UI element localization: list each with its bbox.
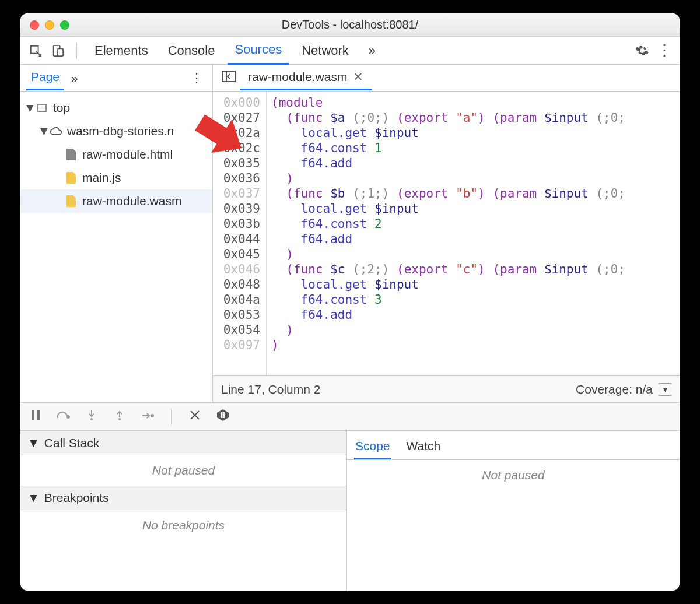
scope-tab[interactable]: Scope <box>354 434 391 459</box>
sources-split: Page » ⋮ ▼ top ▼ wasm-dbg-stories.n <box>20 65 680 403</box>
call-stack-body: Not paused <box>20 455 346 486</box>
tree-host[interactable]: ▼ wasm-dbg-stories.n <box>20 120 212 143</box>
window-title: DevTools - localhost:8081/ <box>20 18 680 31</box>
sidebar-more[interactable]: » <box>66 71 83 85</box>
svg-rect-6 <box>37 410 40 420</box>
sidebar-kebab-icon[interactable]: ⋮ <box>187 71 206 86</box>
code-area[interactable]: (module (func $a (;0;) (export "a") (par… <box>267 92 630 375</box>
editor-body[interactable]: 0x0000x0270x02a0x02c0x0350x0360x0370x039… <box>213 92 680 375</box>
tree-label: wasm-dbg-stories.n <box>67 124 174 138</box>
separator <box>171 409 172 425</box>
editor-tab-label: raw-module.wasm <box>248 70 347 84</box>
titlebar: DevTools - localhost:8081/ <box>20 13 680 37</box>
scope-watch-tabs: Scope Watch <box>347 431 680 460</box>
svg-point-8 <box>90 418 93 420</box>
svg-marker-13 <box>217 409 229 421</box>
editor-pane: raw-module.wasm ✕ 0x0000x0270x02a0x02c0x… <box>213 65 680 402</box>
tree-frame-top[interactable]: ▼ top <box>20 96 212 120</box>
devtools-window: DevTools - localhost:8081/ Elements Cons… <box>20 13 680 591</box>
coverage-label: Coverage: n/a <box>576 382 653 396</box>
tab-sources[interactable]: Sources <box>228 36 289 65</box>
tree-file-html[interactable]: raw-module.html <box>20 143 212 166</box>
svg-rect-14 <box>221 412 223 418</box>
coverage-toggle-icon[interactable]: ▾ <box>659 383 671 396</box>
editor-tab[interactable]: raw-module.wasm ✕ <box>240 65 372 90</box>
editor-tabstrip: raw-module.wasm ✕ <box>213 65 680 92</box>
inspect-element-icon[interactable] <box>27 43 44 59</box>
page-tab[interactable]: Page <box>26 65 64 90</box>
tab-more[interactable]: » <box>362 37 383 64</box>
step-into-icon[interactable] <box>83 409 100 424</box>
caret-down-icon: ▼ <box>27 491 40 505</box>
tree-label: main.js <box>82 171 121 185</box>
sources-sidebar: Page » ⋮ ▼ top ▼ wasm-dbg-stories.n <box>20 65 213 402</box>
main-toolbar: Elements Console Sources Network » ⋮ <box>20 37 680 65</box>
cursor-position: Line 17, Column 2 <box>221 382 320 396</box>
device-toggle-icon[interactable] <box>50 43 66 59</box>
breakpoints-title: Breakpoints <box>44 491 109 505</box>
toggle-navigator-icon[interactable] <box>220 71 237 85</box>
step-out-icon[interactable] <box>111 409 128 424</box>
breakpoints-body: No breakpoints <box>20 510 346 540</box>
gear-icon[interactable] <box>634 43 650 59</box>
sidebar-tabs: Page » ⋮ <box>20 65 212 92</box>
debugger-body: ▼ Call Stack Not paused ▼ Breakpoints No… <box>20 431 680 591</box>
debugger-right: Scope Watch Not paused <box>347 431 680 591</box>
debugger-pane: ▼ Call Stack Not paused ▼ Breakpoints No… <box>20 403 680 591</box>
file-icon <box>65 171 78 184</box>
breakpoints-header[interactable]: ▼ Breakpoints <box>20 486 346 510</box>
pause-icon[interactable] <box>27 410 44 423</box>
kebab-icon[interactable]: ⋮ <box>656 43 673 59</box>
scope-body: Not paused <box>347 460 680 490</box>
svg-point-7 <box>67 416 69 418</box>
tab-console[interactable]: Console <box>161 37 222 64</box>
svg-point-10 <box>151 415 153 417</box>
editor-statusbar: Line 17, Column 2 Coverage: n/a ▾ <box>213 375 680 402</box>
frame-icon <box>36 101 48 114</box>
call-stack-header[interactable]: ▼ Call Stack <box>20 431 346 455</box>
tree-label: raw-module.html <box>82 148 173 161</box>
svg-rect-3 <box>222 71 235 82</box>
caret-down-icon: ▼ <box>27 436 40 450</box>
svg-point-9 <box>118 418 121 420</box>
step-icon[interactable] <box>139 410 156 423</box>
pause-on-exceptions-icon[interactable] <box>215 409 231 424</box>
tree-label: raw-module.wasm <box>82 194 181 208</box>
svg-rect-5 <box>32 410 34 420</box>
tab-elements[interactable]: Elements <box>88 37 155 64</box>
deactivate-breakpoints-icon[interactable] <box>187 409 203 424</box>
tree-label: top <box>53 101 70 115</box>
svg-rect-15 <box>223 412 225 418</box>
svg-rect-2 <box>58 48 63 56</box>
debugger-left: ▼ Call Stack Not paused ▼ Breakpoints No… <box>20 431 347 591</box>
caret-down-icon: ▼ <box>38 124 45 138</box>
tree-file-wasm[interactable]: raw-module.wasm <box>20 189 212 213</box>
watch-tab[interactable]: Watch <box>405 434 442 459</box>
file-icon <box>65 195 78 208</box>
separator <box>76 43 77 59</box>
close-tab-icon[interactable]: ✕ <box>353 70 363 84</box>
debugger-toolbar <box>20 403 680 431</box>
file-tree: ▼ top ▼ wasm-dbg-stories.n raw-module.ht… <box>20 92 212 217</box>
cloud-icon <box>50 125 62 138</box>
caret-down-icon: ▼ <box>24 101 31 115</box>
call-stack-title: Call Stack <box>44 436 100 450</box>
file-icon <box>65 148 78 161</box>
tab-network[interactable]: Network <box>295 37 356 64</box>
tree-file-js[interactable]: main.js <box>20 166 212 189</box>
step-over-icon[interactable] <box>55 410 72 423</box>
